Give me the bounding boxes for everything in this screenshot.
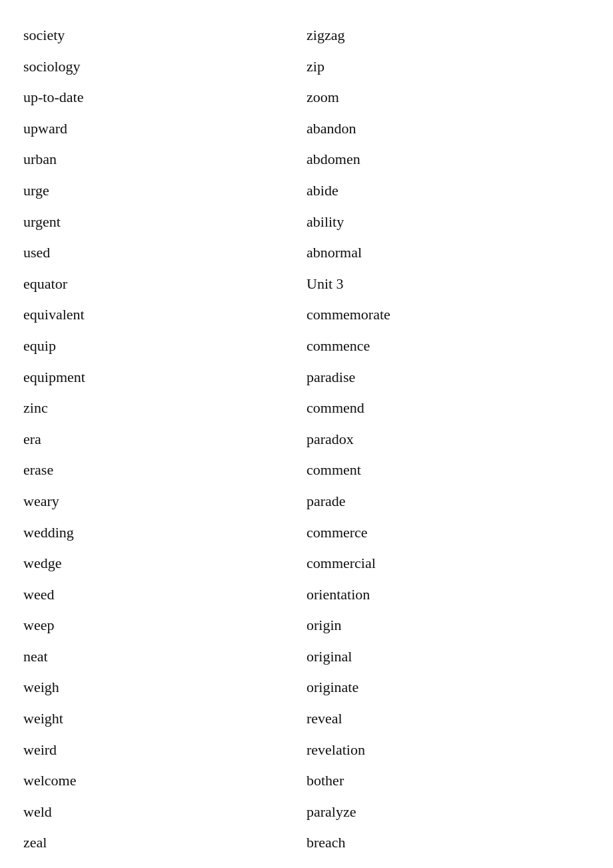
list-item: zeal <box>23 827 306 859</box>
list-item: urban <box>23 144 306 175</box>
list-item: wedding <box>23 517 306 549</box>
list-item: revelation <box>306 735 590 766</box>
word-list: societyzigzagsociologyzipup-to-datezoomu… <box>23 20 590 868</box>
list-item: Unit 3 <box>306 269 590 300</box>
list-item: abnormal <box>306 237 590 269</box>
list-item: sociology <box>23 51 306 83</box>
list-item: weary <box>23 486 306 517</box>
list-item: equipment <box>23 362 306 393</box>
list-item: weld <box>23 797 306 828</box>
list-item: equip <box>23 331 306 362</box>
list-item: paradox <box>306 424 590 455</box>
list-item: weight <box>23 703 306 735</box>
list-item: ornament <box>306 859 590 868</box>
list-item: erase <box>23 455 306 486</box>
list-item: up-to-date <box>23 82 306 113</box>
list-item: breach <box>306 827 590 859</box>
list-item: commemorate <box>306 299 590 331</box>
list-item: zip <box>306 51 590 83</box>
list-item: commend <box>306 393 590 424</box>
list-item: commercial <box>306 548 590 579</box>
list-item: abide <box>306 175 590 207</box>
list-item: neat <box>23 641 306 673</box>
list-item: zigzag <box>306 20 590 51</box>
list-item: wedge <box>23 548 306 579</box>
list-item: parade <box>306 486 590 517</box>
list-item: bother <box>306 765 590 797</box>
list-item: weigh <box>23 672 306 703</box>
list-item: weird <box>23 735 306 766</box>
list-item: ability <box>306 207 590 238</box>
list-item: zebra <box>23 859 306 868</box>
list-item: era <box>23 424 306 455</box>
list-item: welcome <box>23 765 306 797</box>
list-item: equivalent <box>23 299 306 331</box>
list-item: weep <box>23 610 306 641</box>
list-item: commerce <box>306 517 590 549</box>
list-item: abdomen <box>306 144 590 175</box>
list-item: upward <box>23 113 306 145</box>
list-item: commence <box>306 331 590 362</box>
list-item: weed <box>23 579 306 611</box>
list-item: urge <box>23 175 306 207</box>
list-item: origin <box>306 610 590 641</box>
list-item: original <box>306 641 590 673</box>
list-item: paradise <box>306 362 590 393</box>
list-item: abandon <box>306 113 590 145</box>
list-item: reveal <box>306 703 590 735</box>
list-item: comment <box>306 455 590 486</box>
list-item: zinc <box>23 393 306 424</box>
list-item: equator <box>23 269 306 300</box>
list-item: society <box>23 20 306 51</box>
list-item: orientation <box>306 579 590 611</box>
list-item: urgent <box>23 207 306 238</box>
list-item: originate <box>306 672 590 703</box>
list-item: zoom <box>306 82 590 113</box>
list-item: used <box>23 237 306 269</box>
list-item: paralyze <box>306 797 590 828</box>
